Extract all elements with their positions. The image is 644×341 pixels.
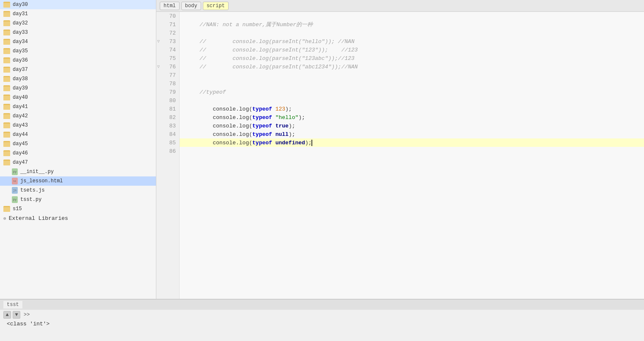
code-line-83[interactable]: console.log(typeof true); — [180, 122, 644, 130]
folder-icon — [3, 85, 10, 91]
line-number-82: 82 — [156, 113, 179, 122]
sidebar-item-init_py[interactable]: py__init__.py — [0, 167, 156, 176]
code-text: console.log(typeof undefined); — [186, 140, 312, 146]
sidebar-item-label: day31 — [13, 11, 28, 17]
down-button[interactable]: ▼ — [13, 311, 20, 319]
sidebar-item-external_libraries[interactable]: ⊕External Libraries — [0, 214, 156, 223]
code-line-79[interactable]: //typeof — [180, 88, 644, 96]
code-line-76[interactable]: // console.log(parseInt("abc1234"));//NA… — [180, 62, 644, 71]
bottom-panel: tsst ▲ ▼ >> <class 'int'> — [0, 299, 644, 341]
fold-icon-73[interactable]: ▽ — [157, 39, 160, 44]
breadcrumb-body[interactable]: body — [181, 2, 201, 10]
py-file-icon: py — [12, 168, 18, 175]
sidebar-item-day40[interactable]: day40 — [0, 93, 156, 102]
folder-icon — [3, 132, 10, 138]
code-line-77[interactable] — [180, 71, 644, 79]
folder-icon — [3, 48, 10, 54]
comment-text: //NAN: not a number,属于Number的一种 — [186, 21, 313, 28]
code-line-73[interactable]: // console.log(parseInt("hello")); //NAN — [180, 37, 644, 46]
code-line-74[interactable]: // console.log(parseInt("123")); //123 — [180, 46, 644, 54]
sidebar-item-day41[interactable]: day41 — [0, 102, 156, 111]
sidebar-item-label: day43 — [13, 122, 28, 128]
sidebar-item-label: day37 — [13, 67, 28, 73]
code-line-81[interactable]: console.log(typeof 123); — [180, 105, 644, 113]
code-content[interactable]: //NAN: not a number,属于Number的一种 // conso… — [180, 12, 644, 299]
sidebar-item-day47[interactable]: day47 — [0, 158, 156, 167]
sidebar-item-label: day42 — [13, 113, 28, 119]
line-number-86: 86 — [156, 147, 179, 155]
sidebar-item-label: day34 — [13, 39, 28, 45]
code-text: console.log(typeof true); — [186, 123, 295, 129]
code-line-85[interactable]: console.log(typeof undefined); — [180, 138, 644, 147]
folder-icon — [3, 2, 10, 8]
sidebar-item-day31[interactable]: day31 — [0, 9, 156, 19]
breadcrumb-html[interactable]: html — [160, 2, 180, 10]
py-file-icon: py — [12, 196, 18, 203]
sidebar-item-day45[interactable]: day45 — [0, 139, 156, 149]
folder-icon — [3, 67, 10, 73]
sidebar-item-day32[interactable]: day32 — [0, 19, 156, 28]
code-line-82[interactable]: console.log(typeof "hello"); — [180, 113, 644, 122]
comment-text: // console.log(parseInt("abc1234"));//NA… — [186, 64, 358, 70]
folder-icon — [3, 39, 10, 45]
sidebar-item-day34[interactable]: day34 — [0, 37, 156, 46]
up-button[interactable]: ▲ — [3, 311, 11, 319]
line-number-78: 78 — [156, 79, 179, 88]
comment-text: //typeof — [186, 89, 226, 95]
comment-text: // console.log(parseInt("hello")); //NAN — [186, 38, 355, 45]
sidebar-item-label: day46 — [13, 150, 28, 156]
line-number-76: ▽76 — [156, 62, 179, 71]
sidebar-item-label: day40 — [13, 95, 28, 100]
code-line-70[interactable] — [180, 12, 644, 20]
breadcrumb-script[interactable]: script — [203, 2, 229, 10]
sidebar-item-day44[interactable]: day44 — [0, 130, 156, 139]
number: 123 — [276, 106, 285, 112]
sidebar-item-label: day35 — [13, 48, 28, 54]
sidebar-item-day39[interactable]: day39 — [0, 84, 156, 93]
sidebar-item-day37[interactable]: day37 — [0, 65, 156, 74]
line-number-71: 71 — [156, 20, 179, 29]
sidebar-item-label: day38 — [13, 76, 28, 82]
fold-icon-76[interactable]: ▽ — [157, 64, 160, 69]
code-line-72[interactable] — [180, 29, 644, 37]
sidebar-item-label: day41 — [13, 104, 28, 110]
breadcrumb-bar: htmlbodyscript — [156, 0, 644, 12]
bottom-tab-tsst[interactable]: tsst — [3, 301, 22, 309]
sidebar-item-day38[interactable]: day38 — [0, 74, 156, 84]
sidebar-item-js_lesson[interactable]: htjs_lesson.html — [0, 176, 156, 186]
sidebar-item-s15[interactable]: s15 — [0, 204, 156, 214]
sidebar-item-day33[interactable]: day33 — [0, 28, 156, 37]
code-line-80[interactable] — [180, 96, 644, 105]
sidebar-item-tsets_js[interactable]: jstsets.js — [0, 186, 156, 195]
sidebar-item-day46[interactable]: day46 — [0, 149, 156, 158]
code-line-78[interactable] — [180, 79, 644, 88]
code-line-84[interactable]: console.log(typeof null); — [180, 130, 644, 138]
code-line-75[interactable]: // console.log(parseInt("123abc"));//123 — [180, 54, 644, 62]
code-area[interactable]: 707172▽737475▽7677787980818283848586 //N… — [156, 12, 644, 299]
sidebar-item-day42[interactable]: day42 — [0, 111, 156, 121]
main-layout: day30 day31 day32 day33 day34 day35 day3… — [0, 0, 644, 299]
folder-icon — [3, 122, 10, 128]
line-numbers: 707172▽737475▽7677787980818283848586 — [156, 12, 180, 299]
bottom-content: <class 'int'> — [0, 320, 644, 341]
kw-true: true — [276, 123, 289, 129]
code-line-86[interactable] — [180, 147, 644, 155]
sidebar-item-label: day36 — [13, 57, 28, 63]
sidebar-item-day43[interactable]: day43 — [0, 121, 156, 130]
sidebar-item-day36[interactable]: day36 — [0, 56, 156, 65]
sidebar-item-day30[interactable]: day30 — [0, 0, 156, 9]
sidebar-item-day35[interactable]: day35 — [0, 46, 156, 56]
comment-text: // console.log(parseInt("123abc"));//123 — [186, 55, 355, 62]
sidebar-item-label: day44 — [13, 132, 28, 138]
keyword: typeof — [252, 131, 272, 138]
line-number-83: 83 — [156, 122, 179, 130]
sidebar-item-tsst_py[interactable]: pytsst.py — [0, 195, 156, 204]
folder-icon — [3, 95, 10, 100]
folder-icon — [3, 11, 10, 17]
sidebar-item-label: tsst.py — [20, 197, 41, 203]
folder-icon — [3, 104, 10, 110]
code-line-71[interactable]: //NAN: not a number,属于Number的一种 — [180, 20, 644, 29]
bottom-tab-bar: tsst — [0, 300, 644, 310]
cursor — [311, 140, 312, 146]
sidebar-item-label: __init__.py — [20, 169, 54, 175]
